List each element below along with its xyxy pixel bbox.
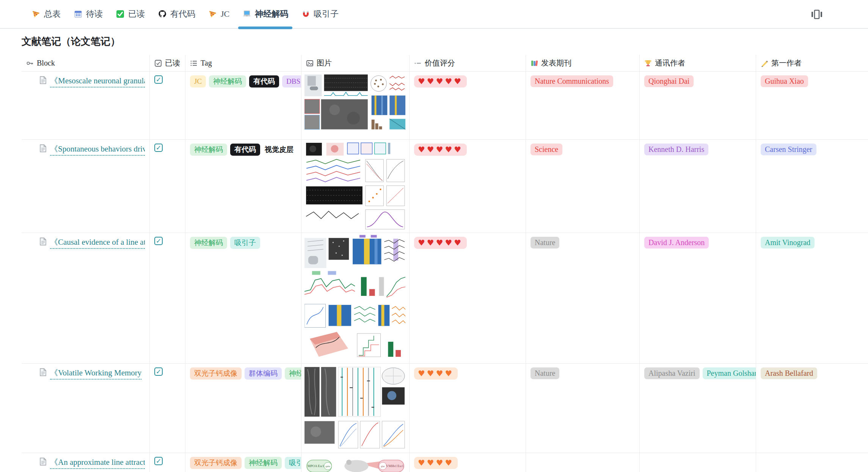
paper-title-link[interactable]: 《Volatile Working Memory bbox=[50, 367, 141, 380]
tag-pill[interactable]: 有代码 bbox=[230, 144, 260, 156]
tag-pill[interactable]: 吸引子 bbox=[285, 457, 301, 469]
page-title: 文献笔记（论文笔记） bbox=[22, 35, 868, 48]
tag-pill[interactable]: 神经解码 bbox=[245, 457, 282, 469]
magnet-icon bbox=[301, 9, 310, 19]
view-tab-bar: 总表 待读 已读 有代码 JC 神经解码 吸引子 bbox=[0, 0, 868, 29]
image-cell bbox=[301, 233, 410, 364]
journal-cell: Science bbox=[526, 140, 640, 233]
figure-label: MPOA Esr1 bbox=[308, 464, 324, 468]
tab-label: JC bbox=[221, 9, 229, 19]
author-pill[interactable]: Kenneth D. Harris bbox=[644, 144, 708, 155]
journal-cell: Nature bbox=[526, 364, 640, 453]
tag-pill[interactable]: 群体编码 bbox=[245, 367, 282, 380]
paper-title-link[interactable]: 《An approximate line attract bbox=[50, 457, 145, 469]
tab-jc[interactable]: JC bbox=[202, 0, 236, 28]
column-header-journal[interactable]: 发表期刊 bbox=[526, 55, 640, 72]
tag-pill[interactable]: 视觉皮层 bbox=[263, 144, 298, 156]
laptop-icon bbox=[242, 9, 251, 19]
author-pill[interactable]: Carsen Stringer bbox=[761, 144, 816, 155]
carousel-view-icon[interactable] bbox=[811, 9, 822, 20]
author-pill[interactable]: Alipasha Vaziri bbox=[644, 367, 700, 379]
tab-neural-decoding[interactable]: 神经解码 bbox=[236, 0, 295, 28]
author-pill[interactable]: Qionghai Dai bbox=[644, 75, 694, 87]
figure-thumbnail[interactable] bbox=[305, 365, 406, 451]
tag-pill[interactable]: 神经解码 bbox=[190, 144, 227, 156]
tag-pill[interactable]: 双光子钙成像 bbox=[190, 457, 242, 469]
tag-cell: JC 神经解码 有代码 DBS bbox=[185, 72, 301, 140]
author-pill[interactable]: Amit Vinograd bbox=[761, 237, 815, 249]
author-pill[interactable]: Arash Bellafard bbox=[761, 367, 817, 379]
rating-hearts[interactable]: ♥♥♥♥ bbox=[414, 367, 458, 380]
paper-title-link[interactable]: 《Spontaneous behaviors drive bbox=[50, 144, 145, 156]
read-checkbox[interactable]: ✓ bbox=[154, 367, 163, 376]
read-checkbox[interactable]: ✓ bbox=[154, 144, 163, 152]
rating-hearts[interactable]: ♥♥♥♥♥ bbox=[414, 237, 467, 249]
table-row-block[interactable]: 《An approximate line attract bbox=[22, 453, 150, 472]
first-author-cell bbox=[756, 453, 868, 472]
writing-hand-icon bbox=[761, 59, 768, 67]
journal-pill[interactable]: Science bbox=[531, 144, 562, 155]
paper-title-link[interactable]: 《Mesoscale neuronal granular bbox=[50, 75, 145, 88]
author-pill[interactable]: Peyman Golshani bbox=[703, 367, 757, 379]
column-label: 第一作者 bbox=[771, 58, 802, 68]
figure-thumbnail[interactable] bbox=[305, 73, 406, 137]
column-header-block[interactable]: Block bbox=[22, 55, 150, 72]
read-checkbox[interactable]: ✓ bbox=[154, 237, 163, 245]
first-author-cell: Arash Bellafard bbox=[756, 364, 868, 453]
tab-has-code[interactable]: 有代码 bbox=[151, 0, 202, 28]
read-checkbox[interactable]: ✓ bbox=[154, 457, 163, 465]
table-row-block[interactable]: 《Volatile Working Memory bbox=[22, 364, 150, 453]
page-icon bbox=[40, 458, 46, 467]
tab-summary[interactable]: 总表 bbox=[25, 0, 67, 28]
figure-thumbnail[interactable]: MPOA Esr1 gaba glut VMHvl Esr1 single ne… bbox=[305, 455, 406, 472]
tag-pill[interactable]: DBS bbox=[282, 75, 301, 88]
tab-label: 总表 bbox=[44, 8, 61, 20]
table-row-block[interactable]: 《Spontaneous behaviors drive bbox=[22, 140, 150, 233]
tag-pill[interactable]: JC bbox=[190, 75, 206, 88]
tag-pill[interactable]: 神经解码 bbox=[285, 367, 301, 380]
checkbox-icon bbox=[154, 59, 162, 67]
journal-cell: Nature Communications bbox=[526, 72, 640, 140]
key-icon bbox=[26, 59, 34, 67]
rating-hearts[interactable]: ♥♥♥♥♥ bbox=[414, 75, 467, 88]
rating-cell: ♥♥♥♥ bbox=[410, 453, 526, 472]
table-row-block[interactable]: 《Mesoscale neuronal granular bbox=[22, 72, 150, 140]
figure-thumbnail[interactable] bbox=[305, 234, 406, 361]
author-pill[interactable]: David J. Anderson bbox=[644, 237, 709, 249]
tag-pill[interactable]: 有代码 bbox=[249, 75, 279, 88]
tag-pill[interactable]: 神经解码 bbox=[190, 237, 227, 249]
books-icon bbox=[531, 59, 538, 67]
tab-label: 待读 bbox=[86, 8, 103, 20]
column-header-corresponding-author[interactable]: 通讯作者 bbox=[640, 55, 756, 72]
github-icon bbox=[158, 9, 167, 19]
first-author-cell: Amit Vinograd bbox=[756, 233, 868, 364]
tag-pill[interactable]: 吸引子 bbox=[230, 237, 260, 249]
first-author-cell: Guihua Xiao bbox=[756, 72, 868, 140]
rating-hearts[interactable]: ♥♥♥♥ bbox=[414, 457, 458, 469]
tab-read[interactable]: 已读 bbox=[109, 0, 151, 28]
column-header-first-author[interactable]: 第一作者 bbox=[756, 55, 868, 72]
table-row-block[interactable]: 《Causal evidence of a line attr bbox=[22, 233, 150, 364]
tab-to-read[interactable]: 待读 bbox=[67, 0, 109, 28]
column-header-rating[interactable]: 价值评分 bbox=[410, 55, 526, 72]
journal-pill[interactable]: Nature bbox=[531, 237, 559, 249]
tab-label: 神经解码 bbox=[255, 8, 288, 20]
column-header-image[interactable]: 图片 bbox=[301, 55, 410, 72]
column-header-read[interactable]: 已读 bbox=[150, 55, 185, 72]
journal-pill[interactable]: Nature bbox=[531, 367, 559, 379]
page-icon bbox=[40, 368, 46, 378]
figure-thumbnail[interactable] bbox=[305, 141, 406, 231]
rating-cell: ♥♥♥♥♥ bbox=[410, 233, 526, 364]
tag-pill[interactable]: 神经解码 bbox=[209, 75, 246, 88]
tab-attractor[interactable]: 吸引子 bbox=[295, 0, 345, 28]
author-pill[interactable]: Guihua Xiao bbox=[761, 75, 808, 87]
tab-label: 吸引子 bbox=[314, 8, 339, 20]
read-checkbox[interactable]: ✓ bbox=[154, 75, 163, 84]
paper-title-link[interactable]: 《Causal evidence of a line attr bbox=[50, 237, 145, 249]
column-header-tag[interactable]: Tag bbox=[185, 55, 301, 72]
tag-pill[interactable]: 双光子钙成像 bbox=[190, 367, 242, 380]
journal-pill[interactable]: Nature Communications bbox=[531, 75, 613, 87]
image-icon bbox=[306, 59, 314, 67]
tag-cell: 神经解码 吸引子 bbox=[185, 233, 301, 364]
rating-hearts[interactable]: ♥♥♥♥♥ bbox=[414, 144, 467, 156]
